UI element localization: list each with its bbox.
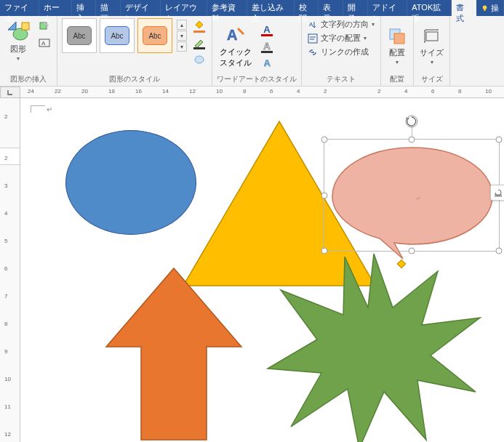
create-link-button[interactable]: リンクの作成 — [306, 46, 376, 58]
shape-effects-button[interactable] — [191, 52, 207, 68]
edit-shape-button[interactable] — [36, 18, 52, 34]
svg-point-7 — [195, 56, 204, 63]
cursor-in-shape: ⤶ — [415, 195, 421, 201]
layout-options-button[interactable] — [490, 185, 504, 201]
tab-insert[interactable]: 挿入 — [72, 0, 97, 16]
group-shape-styles: Abc Abc Abc ▴ ▾ ▾ 図形のスタイル — [57, 16, 212, 86]
ribbon: 図形▾ A 図形の挿入 Abc Abc Abc ▴ ▾ ▾ — [0, 16, 504, 87]
resize-handle-nw[interactable] — [321, 137, 328, 143]
gallery-row-down[interactable]: ▾ — [177, 31, 187, 41]
shape-outline-button[interactable] — [191, 35, 207, 51]
text-align-label: 文字の配置 — [321, 33, 361, 44]
text-box-button[interactable]: A — [36, 35, 52, 51]
hruler-tick: 4 — [297, 88, 300, 95]
tab-design[interactable]: デザイン — [121, 0, 160, 16]
rotation-handle[interactable] — [405, 115, 418, 129]
hruler-tick: 8 — [458, 88, 461, 95]
fill-color-indicator — [193, 31, 205, 33]
selection-box[interactable]: ⤶ — [324, 139, 500, 252]
paragraph-mark: ↵ — [47, 105, 52, 113]
arrange-label: 配置 — [389, 48, 405, 57]
size-button[interactable]: サイズ▾ — [418, 25, 445, 68]
hruler-tick: 10 — [216, 88, 223, 95]
tab-atok[interactable]: ATOK拡張 — [407, 0, 452, 16]
hruler-tick: 16 — [135, 88, 142, 95]
tell-me[interactable]: 操 — [476, 0, 504, 16]
hruler-tick: 22 — [55, 88, 61, 95]
tab-home[interactable]: ホーム — [39, 0, 71, 16]
group-text: A 文字列の方向▾ 文字の配置▾ リンクの作成 テキスト — [302, 16, 381, 86]
tab-bar: ファイル ホーム 挿入 描画 デザイン レイアウト 参考資料 差し込み文 校閲 … — [0, 0, 504, 16]
svg-rect-3 — [22, 23, 29, 30]
tab-review[interactable]: 校閲 — [295, 0, 319, 16]
vruler-tick: 7 — [4, 293, 7, 300]
shape-fill-button[interactable] — [191, 18, 207, 34]
style-preset-1[interactable]: Abc — [62, 18, 97, 53]
tab-addins[interactable]: アドイン — [368, 0, 407, 16]
vruler-tick: 2 — [4, 113, 7, 120]
tab-format[interactable]: 書式 — [452, 0, 476, 16]
hruler-tick: 20 — [81, 88, 88, 95]
vruler-tick: 10 — [4, 376, 11, 382]
size-label: サイズ — [420, 48, 444, 57]
dropdown-icon: ▾ — [17, 55, 20, 62]
group-label-wordart: ワードアートのスタイル — [217, 74, 297, 86]
style-preset-2[interactable]: Abc — [100, 18, 135, 53]
create-link-label: リンクの作成 — [321, 47, 369, 57]
shape-up-arrow[interactable] — [105, 267, 243, 441]
shapes-button[interactable]: 図形▾ — [4, 18, 32, 64]
text-direction-button[interactable]: A 文字列の方向▾ — [306, 18, 376, 31]
arrange-button[interactable]: 配置▾ — [385, 25, 409, 68]
svg-text:A: A — [227, 27, 237, 43]
vruler-tick: 3 — [4, 182, 7, 189]
text-outline-button[interactable]: A — [259, 39, 275, 55]
hruler-tick: 24 — [28, 88, 34, 95]
group-label-text: テキスト — [306, 74, 376, 86]
resize-handle-ne[interactable] — [496, 137, 503, 143]
svg-rect-15 — [426, 32, 438, 41]
shape-explosion[interactable] — [265, 248, 483, 442]
vruler-tick: 8 — [4, 321, 7, 327]
lightbulb-icon — [481, 4, 489, 12]
tab-developer[interactable]: 開発 — [343, 0, 368, 16]
tab-mailings[interactable]: 差し込み文 — [247, 0, 295, 16]
text-fill-button[interactable]: A — [259, 22, 275, 38]
tab-references[interactable]: 参考資料 — [207, 0, 247, 16]
vruler-tick: 12 — [4, 431, 11, 438]
group-label-shape-styles: 図形のスタイル — [62, 74, 207, 86]
tab-view[interactable]: 表示 — [319, 0, 343, 16]
rotate-icon — [405, 115, 418, 128]
shape-ellipse[interactable] — [65, 130, 196, 235]
shape-speech-bubble[interactable] — [329, 144, 496, 260]
svg-text:A: A — [41, 40, 46, 47]
svg-point-0 — [483, 5, 487, 9]
group-wordart: A クイック スタイル A A A ワードアートのスタイル — [212, 16, 302, 86]
hruler-tick: 4 — [404, 88, 407, 95]
style-preset-3[interactable]: Abc — [137, 18, 172, 53]
text-effects-button[interactable]: A — [259, 55, 275, 71]
tab-selector[interactable] — [0, 87, 20, 98]
gallery-more[interactable]: ▾ — [177, 41, 187, 52]
vruler-tick: 4 — [4, 210, 7, 217]
tab-file[interactable]: ファイル — [0, 0, 39, 16]
gallery-row-up[interactable]: ▴ — [177, 20, 187, 30]
link-icon — [308, 47, 318, 57]
vertical-ruler[interactable]: 223456789101112 — [0, 98, 20, 442]
document-area[interactable]: ↵ ⤶ — [20, 98, 504, 442]
quick-styles-button[interactable]: A クイック スタイル — [217, 23, 255, 70]
vruler-tick: 5 — [4, 238, 7, 244]
page-corner — [31, 105, 45, 113]
resize-handle-sw[interactable] — [321, 248, 328, 254]
horizontal-ruler[interactable]: 24222018161412108642246810 — [20, 87, 504, 98]
tell-me-label: 操 — [491, 3, 499, 14]
resize-handle-w[interactable] — [321, 192, 328, 198]
resize-handle-se[interactable] — [496, 248, 503, 254]
hruler-tick: 8 — [243, 88, 246, 95]
hruler-tick: 6 — [431, 88, 434, 95]
hruler-tick: 12 — [189, 88, 196, 95]
resize-handle-n[interactable] — [409, 137, 415, 143]
tab-layout[interactable]: レイアウト — [161, 0, 208, 16]
svg-rect-10 — [308, 34, 317, 43]
text-align-button[interactable]: 文字の配置▾ — [306, 32, 376, 44]
tab-draw[interactable]: 描画 — [96, 0, 121, 16]
